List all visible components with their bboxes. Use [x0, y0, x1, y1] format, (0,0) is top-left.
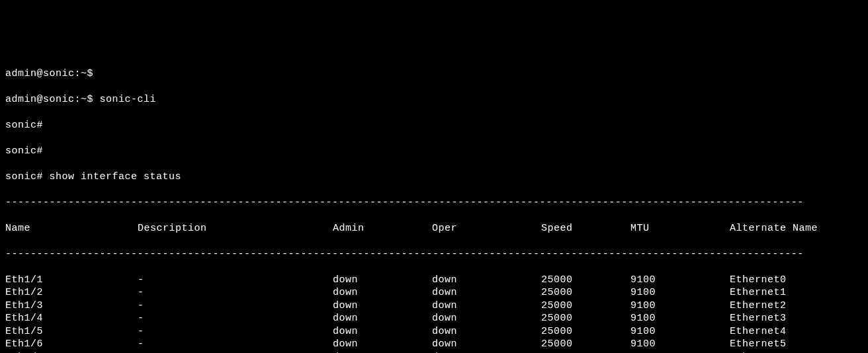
header-speed: Speed: [541, 222, 630, 235]
cell-mtu: 9100: [630, 351, 730, 354]
cell-speed: 25000: [541, 274, 630, 287]
cell-description: -: [138, 325, 333, 338]
cell-description: -: [138, 351, 333, 354]
cell-altname: Ethernet1: [730, 286, 863, 299]
cell-name: Eth1/5: [5, 325, 138, 338]
header-altname: Alternate Name: [730, 222, 863, 235]
header-admin: Admin: [333, 222, 432, 235]
cell-mtu: 9100: [630, 312, 730, 325]
cell-altname: Ethernet5: [730, 338, 863, 351]
cell-name: Eth1/4: [5, 312, 138, 325]
table-row: Eth1/7-downdown250009100Ethernet6: [5, 351, 863, 354]
cell-oper: down: [432, 274, 541, 287]
table-row: Eth1/5-downdown250009100Ethernet4: [5, 325, 863, 338]
cell-description: -: [138, 286, 333, 299]
cell-altname: Ethernet6: [730, 351, 863, 354]
cell-description: -: [138, 299, 333, 313]
cell-oper: down: [432, 325, 541, 338]
prompt-line: admin@sonic:~$ sonic-cli: [5, 93, 863, 106]
cell-name: Eth1/1: [5, 274, 138, 287]
cell-admin: down: [333, 286, 432, 299]
cell-description: -: [138, 312, 333, 325]
header-mtu: MTU: [630, 222, 730, 235]
cell-oper: down: [432, 312, 541, 325]
cell-mtu: 9100: [630, 286, 730, 299]
cell-altname: Ethernet3: [730, 312, 863, 325]
cell-description: -: [138, 274, 333, 287]
cell-admin: down: [333, 299, 432, 313]
cell-description: -: [138, 338, 333, 351]
prompt-line: admin@sonic:~$: [5, 67, 863, 81]
cell-oper: down: [432, 299, 541, 313]
cell-admin: down: [333, 338, 432, 351]
prompt-line: sonic# show interface status: [5, 171, 863, 184]
divider-line: ----------------------------------------…: [5, 248, 863, 261]
cell-speed: 25000: [541, 286, 630, 299]
cell-name: Eth1/6: [5, 338, 138, 351]
cell-admin: down: [333, 312, 432, 325]
cell-speed: 25000: [541, 299, 630, 313]
cell-admin: down: [333, 325, 432, 338]
cell-speed: 25000: [541, 312, 630, 325]
cell-admin: down: [333, 274, 432, 287]
cell-speed: 25000: [541, 351, 630, 354]
table-row: Eth1/2-downdown250009100Ethernet1: [5, 286, 863, 299]
prompt-line: sonic#: [5, 119, 863, 132]
cell-name: Eth1/7: [5, 351, 138, 354]
table-row: Eth1/1-downdown250009100Ethernet0: [5, 274, 863, 287]
table-row: Eth1/4-downdown250009100Ethernet3: [5, 312, 863, 325]
header-name: Name: [5, 222, 138, 235]
cell-name: Eth1/3: [5, 299, 138, 313]
cell-speed: 25000: [541, 325, 630, 338]
cell-altname: Ethernet0: [730, 274, 863, 287]
header-description: Description: [138, 222, 333, 235]
divider-line: ----------------------------------------…: [5, 196, 863, 210]
cell-altname: Ethernet2: [730, 299, 863, 313]
header-oper: Oper: [432, 222, 541, 235]
cell-oper: down: [432, 351, 541, 354]
cell-name: Eth1/2: [5, 286, 138, 299]
table-header: Name Description Admin Oper Speed MTU Al…: [5, 222, 863, 235]
cell-mtu: 9100: [630, 338, 730, 351]
cell-admin: down: [333, 351, 432, 354]
table-row: Eth1/3-downdown250009100Ethernet2: [5, 299, 863, 313]
cell-mtu: 9100: [630, 325, 730, 338]
cell-altname: Ethernet4: [730, 325, 863, 338]
cell-oper: down: [432, 338, 541, 351]
cell-oper: down: [432, 286, 541, 299]
cell-speed: 25000: [541, 338, 630, 351]
cell-mtu: 9100: [630, 299, 730, 313]
prompt-line: sonic#: [5, 145, 863, 158]
terminal-output[interactable]: admin@sonic:~$ admin@sonic:~$ sonic-cli …: [5, 54, 863, 353]
cell-mtu: 9100: [630, 274, 730, 287]
table-row: Eth1/6-downdown250009100Ethernet5: [5, 338, 863, 351]
